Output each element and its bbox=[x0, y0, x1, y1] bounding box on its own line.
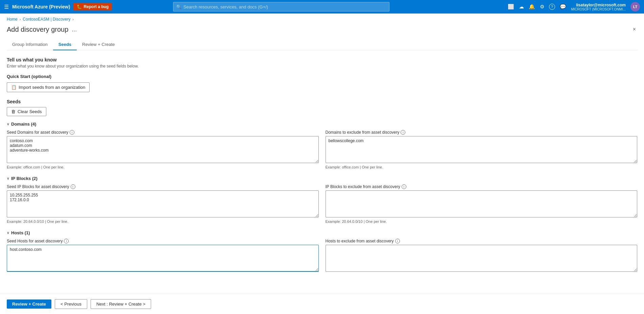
import-icon: 📋 bbox=[11, 85, 17, 90]
tab-group-information[interactable]: Group Information bbox=[7, 39, 53, 50]
tab-seeds[interactable]: Seeds bbox=[53, 39, 77, 50]
domains-section: ∨ Domains (4) Seed Domains for asset dis… bbox=[7, 122, 637, 169]
exclude-domains-textarea[interactable] bbox=[326, 136, 638, 163]
exclude-domains-label: Domains to exclude from asset discovery … bbox=[326, 130, 638, 135]
close-button[interactable]: × bbox=[631, 25, 637, 34]
quick-start-label: Quick Start (optional) bbox=[7, 74, 637, 79]
hosts-fields-row: Seed Hosts for asset discovery i Hosts t… bbox=[7, 239, 637, 273]
section-heading: Tell us what you know bbox=[7, 57, 637, 62]
seed-ipblocks-example: Example: 20.64.0.0/10 | One per line. bbox=[7, 219, 319, 224]
bug-icon: 🐛 bbox=[77, 4, 82, 9]
ipblocks-section: ∨ IP Blocks (2) Seed IP Blocks for asset… bbox=[7, 176, 637, 224]
breadcrumb-home[interactable]: Home bbox=[7, 17, 18, 22]
exclude-domains-info-icon[interactable]: i bbox=[401, 130, 405, 135]
seed-ipblocks-col: Seed IP Blocks for asset discovery i Exa… bbox=[7, 184, 319, 224]
breadcrumb-sep-1: › bbox=[20, 18, 21, 21]
exclude-domains-example: Example: office.com | One per line. bbox=[326, 165, 638, 169]
ipblocks-fields-row: Seed IP Blocks for asset discovery i Exa… bbox=[7, 184, 637, 224]
section-subtitle: Enter what you know about your organizat… bbox=[7, 64, 637, 69]
seed-ipblocks-textarea[interactable] bbox=[7, 190, 319, 217]
exclude-ipblocks-textarea[interactable] bbox=[326, 190, 638, 217]
review-create-button[interactable]: Review + Create bbox=[7, 299, 51, 307]
page-title: Add discovery group bbox=[7, 26, 68, 33]
avatar[interactable]: LT bbox=[630, 2, 640, 11]
previous-button[interactable]: < Previous bbox=[55, 299, 87, 307]
page-title-row: Add discovery group ... × bbox=[7, 25, 637, 34]
bell-icon[interactable]: 🔔 bbox=[529, 4, 535, 10]
breadcrumb: Home › ContosoEASM | Discovery › bbox=[7, 17, 637, 22]
main-content: Home › ContosoEASM | Discovery › Add dis… bbox=[0, 14, 644, 307]
ipblocks-collapse-header[interactable]: ∨ IP Blocks (2) bbox=[7, 176, 637, 181]
seed-ipblocks-label: Seed IP Blocks for asset discovery i bbox=[7, 184, 319, 189]
cloud-upload-icon[interactable]: ☁ bbox=[519, 4, 524, 10]
seed-hosts-textarea[interactable] bbox=[7, 245, 319, 272]
feedback-icon[interactable]: 💬 bbox=[560, 4, 566, 10]
exclude-hosts-col: Hosts to exclude from asset discovery i bbox=[326, 239, 638, 273]
user-info[interactable]: lisataylor@microsoft.com MICROSOFT (MICR… bbox=[571, 3, 626, 11]
report-bug-button[interactable]: 🐛 Report a bug bbox=[73, 3, 112, 10]
seed-domains-info-icon[interactable]: i bbox=[70, 130, 74, 135]
exclude-ipblocks-col: IP Blocks to exclude from asset discover… bbox=[326, 184, 638, 224]
clear-seeds-button[interactable]: 🗑 Clear Seeds bbox=[7, 107, 46, 116]
seeds-label: Seeds bbox=[7, 99, 637, 104]
topbar: ☰ Microsoft Azure (Preview) 🐛 Report a b… bbox=[0, 0, 644, 14]
search-bar[interactable]: 🔍 bbox=[173, 2, 389, 11]
hosts-title: Hosts (1) bbox=[11, 230, 30, 235]
exclude-ipblocks-info-icon[interactable]: i bbox=[402, 184, 406, 189]
search-icon: 🔍 bbox=[176, 4, 182, 9]
domains-collapse-header[interactable]: ∨ Domains (4) bbox=[7, 122, 637, 127]
seed-domains-textarea[interactable] bbox=[7, 136, 319, 163]
ipblocks-title: IP Blocks (2) bbox=[11, 176, 38, 181]
import-seeds-button[interactable]: 📋 Import seeds from an organization bbox=[7, 82, 90, 92]
page-title-ellipsis[interactable]: ... bbox=[72, 26, 77, 33]
exclude-domains-col: Domains to exclude from asset discovery … bbox=[326, 130, 638, 169]
tabs: Group Information Seeds Review + Create bbox=[7, 39, 637, 50]
domains-title: Domains (4) bbox=[11, 122, 36, 127]
breadcrumb-discovery[interactable]: ContosoEASM | Discovery bbox=[23, 17, 70, 22]
exclude-hosts-info-icon[interactable]: i bbox=[395, 239, 400, 243]
exclude-hosts-textarea[interactable] bbox=[326, 245, 638, 272]
trash-icon: 🗑 bbox=[11, 109, 16, 114]
gear-icon[interactable]: ⚙ bbox=[540, 4, 544, 10]
tab-review-create[interactable]: Review + Create bbox=[77, 39, 120, 50]
domains-chevron-icon: ∨ bbox=[7, 122, 9, 126]
seed-domains-col: Seed Domains for asset discovery i Examp… bbox=[7, 130, 319, 169]
app-title: Microsoft Azure (Preview) bbox=[12, 4, 70, 9]
hosts-section: ∨ Hosts (1) Seed Hosts for asset discove… bbox=[7, 230, 637, 273]
seed-hosts-col: Seed Hosts for asset discovery i bbox=[7, 239, 319, 273]
hosts-chevron-icon: ∨ bbox=[7, 231, 9, 235]
seed-ipblocks-info-icon[interactable]: i bbox=[71, 184, 75, 189]
hamburger-icon[interactable]: ☰ bbox=[4, 4, 9, 10]
exclude-ipblocks-label: IP Blocks to exclude from asset discover… bbox=[326, 184, 638, 189]
breadcrumb-sep-2: › bbox=[73, 18, 74, 21]
seed-domains-example: Example: office.com | One per line. bbox=[7, 165, 319, 169]
portal-icon[interactable]: ⬜ bbox=[508, 4, 514, 10]
exclude-hosts-label: Hosts to exclude from asset discovery i bbox=[326, 239, 638, 243]
hosts-collapse-header[interactable]: ∨ Hosts (1) bbox=[7, 230, 637, 235]
seed-domains-label: Seed Domains for asset discovery i bbox=[7, 130, 319, 135]
domains-fields-row: Seed Domains for asset discovery i Examp… bbox=[7, 130, 637, 169]
exclude-ipblocks-example: Example: 20.64.0.0/10 | One per line. bbox=[326, 219, 638, 224]
seed-hosts-info-icon[interactable]: i bbox=[64, 239, 69, 243]
search-input[interactable] bbox=[184, 4, 386, 9]
next-button[interactable]: Next : Review + Create > bbox=[91, 299, 151, 307]
bottom-bar: Review + Create < Previous Next : Review… bbox=[0, 294, 644, 307]
seed-hosts-label: Seed Hosts for asset discovery i bbox=[7, 239, 319, 243]
topbar-icons: ⬜ ☁ 🔔 ⚙ ? 💬 lisataylor@microsoft.com MIC… bbox=[508, 2, 640, 11]
ipblocks-chevron-icon: ∨ bbox=[7, 177, 9, 180]
help-icon[interactable]: ? bbox=[549, 4, 555, 10]
